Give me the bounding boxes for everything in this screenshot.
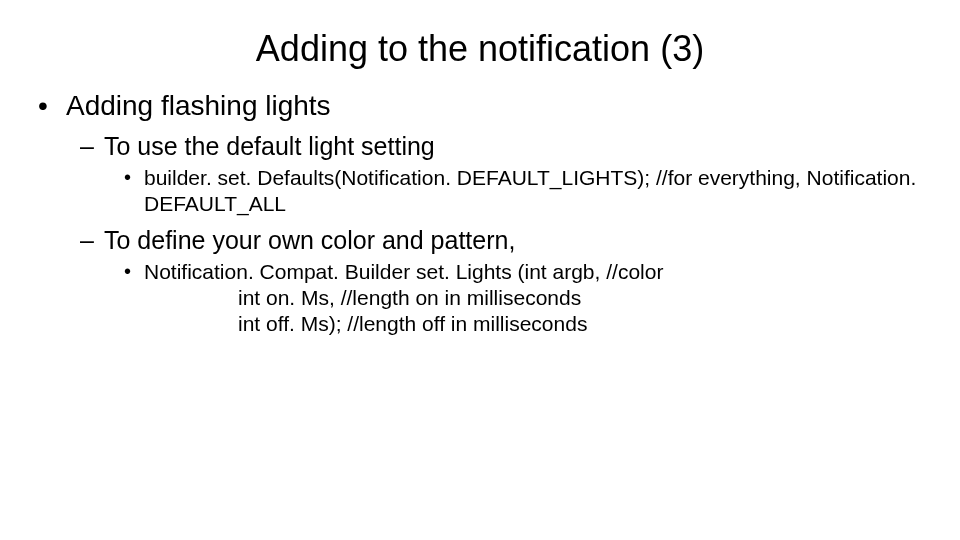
bullet-lvl3: Notification. Compat. Builder set. Light…: [124, 259, 920, 338]
bullet-continuation: int off. Ms); //length off in millisecon…: [238, 311, 920, 337]
bullet-lvl2: To use the default light setting builder…: [80, 132, 920, 218]
bullet-lvl2: To define your own color and pattern, No…: [80, 226, 920, 338]
bullet-lvl3: builder. set. Defaults(Notification. DEF…: [124, 165, 920, 218]
bullet-text: To define your own color and pattern,: [104, 226, 515, 254]
bullet-text: Adding flashing lights: [66, 90, 331, 121]
slide: Adding to the notification (3) Adding fl…: [0, 0, 960, 540]
bullet-text: To use the default light setting: [104, 132, 435, 160]
bullet-text: builder. set. Defaults(Notification. DEF…: [144, 166, 916, 215]
bullet-text: Notification. Compat. Builder set. Light…: [144, 260, 663, 283]
bullet-lvl1: Adding flashing lights To use the defaul…: [38, 90, 920, 337]
slide-content: Adding flashing lights To use the defaul…: [0, 90, 960, 337]
bullet-continuation: int on. Ms, //length on in milliseconds: [238, 285, 920, 311]
slide-title: Adding to the notification (3): [0, 0, 960, 90]
